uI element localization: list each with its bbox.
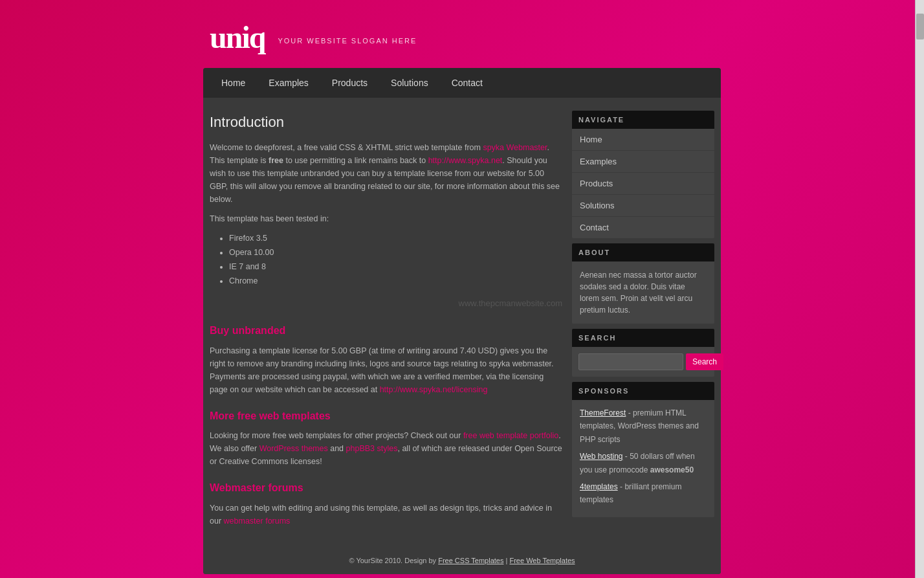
navigate-header: NAVIGATE: [572, 111, 714, 129]
sponsors-section: SPONSORS ThemeForest - premium HTML temp…: [572, 382, 714, 517]
nav-examples[interactable]: Examples: [257, 68, 320, 98]
sidebar-nav-products[interactable]: Products: [572, 173, 714, 195]
list-item: Opera 10.00: [229, 246, 562, 259]
webmaster-title: Webmaster forums: [210, 480, 562, 496]
wordpress-link[interactable]: WordPress themes: [259, 444, 328, 453]
portfolio-link[interactable]: free web template portfolio: [463, 431, 558, 440]
about-section: ABOUT Aenean nec massa a tortor auctor s…: [572, 243, 714, 324]
list-item: Chrome: [229, 274, 562, 287]
site-header: uniq YOUR WEBSITE SLOGAN HERE: [203, 0, 721, 68]
about-header: ABOUT: [572, 243, 714, 261]
sponsors-body: ThemeForest - premium HTML templates, Wo…: [572, 400, 714, 517]
site-slogan: YOUR WEBSITE SLOGAN HERE: [278, 37, 417, 45]
footer-text: © YourSite 2010. Design by: [349, 557, 438, 564]
site-logo: uniq: [210, 19, 265, 55]
sidebar-nav-solutions[interactable]: Solutions: [572, 195, 714, 217]
sponsor-webhosting: Web hosting - 50 dollars off when you us…: [580, 450, 707, 476]
4templates-link[interactable]: 4templates: [580, 482, 618, 491]
search-section: SEARCH Search: [572, 329, 714, 377]
free-paragraph: Looking for more free web templates for …: [210, 429, 562, 468]
page-title: Introduction: [210, 111, 562, 133]
scrollbar-thumb[interactable]: [916, 14, 924, 39]
free-templates-title: More free web templates: [210, 408, 562, 425]
navigate-section: NAVIGATE Home Examples Products Solution…: [572, 111, 714, 238]
intro-paragraph-1: Welcome to deepforest, a free valid CSS …: [210, 141, 562, 206]
buy-title: Buy unbranded: [210, 322, 562, 339]
phpbb-link[interactable]: phpBB3 styles: [346, 444, 398, 453]
intro-text-1: Welcome to deepforest, a free valid CSS …: [210, 143, 483, 152]
free-css-link[interactable]: Free CSS Templates: [438, 557, 503, 564]
sponsor-themeforest: ThemeForest - premium HTML templates, Wo…: [580, 406, 707, 446]
search-button[interactable]: Search: [686, 353, 723, 370]
webmaster-forums-link[interactable]: webmaster forums: [224, 517, 291, 526]
sidebar: NAVIGATE Home Examples Products Solution…: [572, 111, 714, 534]
sidebar-nav-examples[interactable]: Examples: [572, 151, 714, 173]
site-footer: © YourSite 2010. Design by Free CSS Temp…: [203, 547, 721, 574]
list-item: Firefox 3.5: [229, 232, 562, 245]
tested-label: This template has been tested in:: [210, 212, 562, 225]
watermark: www.thepcmanwebsite.com: [210, 297, 562, 311]
sponsors-header: SPONSORS: [572, 382, 714, 400]
main-content: Introduction Welcome to deepforest, a fr…: [210, 111, 562, 534]
sidebar-nav-home[interactable]: Home: [572, 129, 714, 151]
list-item: IE 7 and 8: [229, 260, 562, 273]
sidebar-nav-contact[interactable]: Contact: [572, 217, 714, 238]
search-form: Search: [572, 347, 714, 377]
search-input[interactable]: [578, 353, 683, 370]
nav-home[interactable]: Home: [210, 68, 257, 98]
nav-contact[interactable]: Contact: [440, 68, 494, 98]
tested-list: Firefox 3.5 Opera 10.00 IE 7 and 8 Chrom…: [229, 232, 562, 287]
webhosting-link[interactable]: Web hosting: [580, 452, 623, 461]
spyka-net-link[interactable]: http://www.spyka.net: [428, 156, 503, 165]
spyka-link[interactable]: spyka Webmaster: [483, 143, 547, 152]
nav-products[interactable]: Products: [320, 68, 379, 98]
scrollbar[interactable]: [915, 0, 924, 578]
nav-solutions[interactable]: Solutions: [379, 68, 440, 98]
navigate-links: Home Examples Products Solutions Contact: [572, 129, 714, 238]
about-text: Aenean nec massa a tortor auctor sodales…: [572, 261, 714, 324]
free-text-1: Looking for more free web templates for …: [210, 431, 463, 440]
main-wrapper: Home Examples Products Solutions Contact…: [203, 68, 721, 574]
content-wrapper: Introduction Welcome to deepforest, a fr…: [203, 98, 721, 547]
main-nav: Home Examples Products Solutions Contact: [203, 68, 721, 98]
themeforest-link[interactable]: ThemeForest: [580, 408, 626, 417]
webmaster-paragraph: You can get help with editing and using …: [210, 502, 562, 528]
free-web-link[interactable]: Free Web Templates: [509, 557, 575, 564]
licensing-link[interactable]: http://www.spyka.net/licensing: [380, 385, 488, 394]
sponsor-4templates: 4templates - brilliant premium templates: [580, 480, 707, 507]
buy-paragraph: Purchasing a template license for 5.00 G…: [210, 344, 562, 396]
search-header: SEARCH: [572, 329, 714, 347]
free-text-3: and: [328, 444, 346, 453]
